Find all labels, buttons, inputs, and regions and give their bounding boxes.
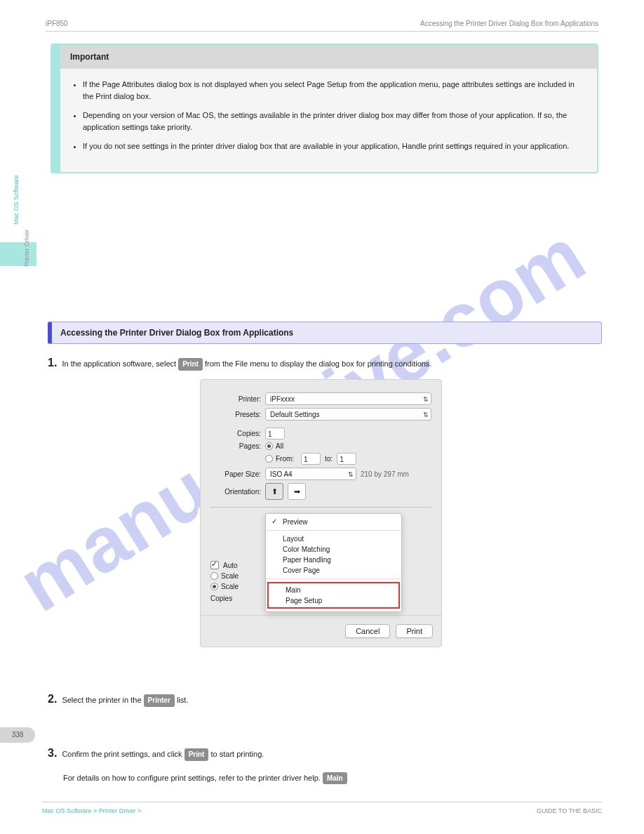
to-label: to: xyxy=(321,455,337,463)
orientation-landscape[interactable]: ➡︎ xyxy=(288,483,306,500)
to-input[interactable]: 1 xyxy=(337,453,356,465)
auto-checkbox[interactable] xyxy=(210,561,219,569)
papersize-label: Paper Size: xyxy=(210,470,265,478)
ui-chip-print2: Print xyxy=(185,748,209,761)
running-header-left: iPF850 xyxy=(46,20,68,27)
step-text: from the File menu to display the dialog… xyxy=(205,359,431,368)
step-text: list. xyxy=(177,696,189,704)
important-title: Important xyxy=(60,45,597,69)
presets-select[interactable]: Default Settings xyxy=(265,408,431,421)
important-item: If you do not see settings in the printe… xyxy=(83,140,584,152)
print-button[interactable]: Print xyxy=(396,624,433,638)
pages-all-radio[interactable]: All xyxy=(265,442,283,450)
from-input[interactable]: 1 xyxy=(301,453,321,465)
printer-select[interactable]: iPFxxxx xyxy=(265,392,431,405)
ui-chip-printer: Printer xyxy=(144,694,175,707)
step-number: 1. xyxy=(48,357,57,369)
side-tab xyxy=(0,242,36,266)
step-1: 1. In the application software, select P… xyxy=(48,355,431,372)
ui-chip-main: Main xyxy=(323,772,347,785)
dialog-separator xyxy=(210,507,431,508)
dropdown-highlight-box: Main Page Setup xyxy=(267,582,400,609)
auto-label: Auto xyxy=(223,562,238,569)
procedure-heading: Accessing the Printer Driver Dialog Box … xyxy=(48,322,602,344)
dropdown-item-main[interactable]: Main xyxy=(269,585,398,595)
dropdown-item-paper-handling[interactable]: Paper Handling xyxy=(266,555,401,565)
step-text: Confirm the print settings, and click xyxy=(62,750,184,758)
bottom-rule xyxy=(42,802,602,802)
important-body: If the Page Attributes dialog box is not… xyxy=(60,69,597,172)
print-dialog: Printer: iPFxxxx Presets: Default Settin… xyxy=(200,379,442,647)
side-tab-text-bottom: Printer Driver xyxy=(23,230,30,267)
presets-label: Presets: xyxy=(210,411,265,418)
orientation-portrait[interactable]: ⬆︎ xyxy=(265,483,283,500)
step-number: 2. xyxy=(48,693,57,705)
step-3: 3. Confirm the print settings, and click… xyxy=(48,745,347,784)
top-rule xyxy=(46,31,598,32)
copies-per-label: Copies xyxy=(210,595,235,602)
step-note: For details on how to configure print se… xyxy=(63,772,347,785)
dropdown-item-layout[interactable]: Layout xyxy=(266,534,401,544)
page-number-badge: 338 xyxy=(0,727,35,743)
scale-radio-2[interactable]: Scale xyxy=(210,583,239,590)
dropdown-item-preview[interactable]: Preview xyxy=(266,517,401,527)
step-text: In the application software, select xyxy=(62,359,178,368)
step-2: 2. Select the printer in the Printer lis… xyxy=(48,691,188,708)
cancel-button[interactable]: Cancel xyxy=(345,624,390,638)
papersize-select[interactable]: ISO A4 xyxy=(265,468,356,480)
important-item: If the Page Attributes dialog box is not… xyxy=(83,79,584,102)
dropdown-item-cover-page[interactable]: Cover Page xyxy=(266,565,401,576)
printer-label: Printer: xyxy=(210,395,265,403)
step-text: Select the printer in the xyxy=(62,696,143,704)
running-header-right: Accessing the Printer Driver Dialog Box … xyxy=(420,20,598,27)
footer-left: Mac OS Software > Printer Driver > xyxy=(42,807,142,814)
ui-chip-print: Print xyxy=(178,358,203,371)
dropdown-item-page-setup[interactable]: Page Setup xyxy=(269,595,398,606)
pages-from-radio[interactable]: From: xyxy=(265,455,294,463)
important-box: Important If the Page Attributes dialog … xyxy=(51,44,598,173)
step-text: to start printing. xyxy=(211,750,264,758)
dropdown-item-color-matching[interactable]: Color Matching xyxy=(266,544,401,555)
copies-label: Copies: xyxy=(210,430,265,437)
footer-right: GUIDE TO THE BASIC xyxy=(537,807,602,814)
papersize-dimensions: 210 by 297 mm xyxy=(356,470,409,478)
important-item: Depending on your version of Mac OS, the… xyxy=(83,110,584,133)
step-number: 3. xyxy=(48,747,57,759)
copies-input[interactable]: 1 xyxy=(265,428,285,439)
orientation-label: Orientation: xyxy=(210,488,265,496)
side-tab-text-top: Mac OS Software xyxy=(13,175,20,225)
scale-radio-1[interactable]: Scale xyxy=(210,572,239,580)
pages-label: Pages: xyxy=(210,442,265,450)
